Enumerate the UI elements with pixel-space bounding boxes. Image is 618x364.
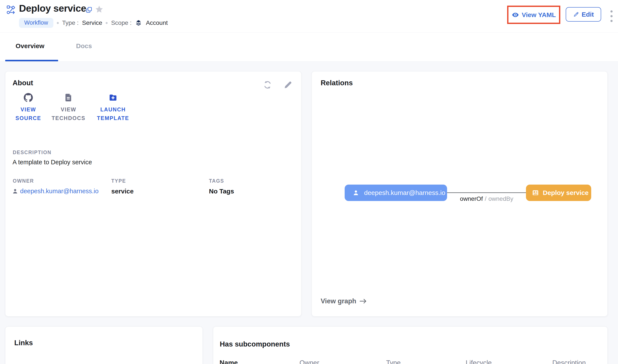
page-header: Deploy service Workflow Type : Service S… (0, 0, 618, 62)
page-title: Deploy service (19, 3, 86, 14)
type-label: Type : (62, 19, 79, 26)
separator-dot (106, 22, 107, 24)
separator-dot (57, 22, 59, 24)
launch-template-label-line1: LAUNCH (97, 105, 129, 114)
person-icon (12, 188, 18, 195)
type-field-value: service (111, 188, 134, 195)
about-card-title: About (13, 79, 33, 87)
scope-value: Account (146, 19, 168, 26)
entity-page: Deploy service Workflow Type : Service S… (0, 0, 618, 364)
view-techdocs-label-line1: VIEW (52, 105, 85, 114)
links-card: Links (5, 326, 203, 364)
launch-template-label-line2: TEMPLATE (97, 114, 129, 122)
github-icon (24, 93, 33, 102)
folder-plus-icon (108, 93, 118, 102)
view-graph-link[interactable]: View graph (321, 297, 367, 305)
graph-node-user-label: deepesh.kumar@harness.io (364, 189, 445, 196)
graph-node-component[interactable]: Deploy service (526, 185, 591, 201)
subcomponents-card: Has subcomponents Name Owner Type Lifecy… (213, 326, 608, 364)
edge-label-ownedby: ownedBy (488, 195, 513, 202)
workflow-icon (6, 5, 16, 15)
column-header-lifecycle[interactable]: Lifecycle (466, 359, 492, 364)
tags-label: TAGS (209, 178, 224, 184)
template-icon (532, 189, 539, 196)
edit-label: Edit (582, 11, 594, 18)
relation-edge-label: ownerOf / ownedBy (447, 195, 526, 202)
view-source-button[interactable]: VIEW SOURCE (13, 93, 43, 122)
pencil-icon (573, 12, 579, 17)
about-card: About VIEW SOURCE (5, 71, 301, 316)
edge-label-ownerof: ownerOf (460, 195, 483, 202)
active-tab-indicator (5, 60, 58, 61)
launch-template-button[interactable]: LAUNCH TEMPLATE (94, 93, 133, 122)
type-value: Service (82, 19, 102, 26)
techdocs-icon (64, 93, 73, 102)
column-header-type[interactable]: Type (386, 359, 401, 364)
view-yaml-highlight-box: View YAML (507, 6, 560, 24)
relations-card-title: Relations (321, 79, 353, 87)
edge-label-separator: / (485, 195, 486, 202)
kind-badge: Workflow (19, 18, 53, 28)
graph-node-component-label: Deploy service (543, 189, 589, 196)
arrow-right-icon (359, 298, 367, 304)
eye-icon (512, 11, 519, 19)
column-header-owner[interactable]: Owner (299, 359, 319, 364)
view-source-label-line1: VIEW (15, 105, 41, 114)
header-divider (0, 32, 618, 33)
subcomponents-card-title: Has subcomponents (220, 340, 290, 348)
links-card-title: Links (14, 339, 33, 347)
star-icon[interactable] (95, 5, 104, 14)
graph-node-user[interactable]: deepesh.kumar@harness.io (345, 185, 447, 201)
edit-about-pencil-icon[interactable] (283, 80, 293, 90)
tags-value: No Tags (209, 188, 234, 195)
more-options-kebab-menu[interactable] (610, 10, 613, 22)
relations-card: Relations ownerOf / ownedBy deepesh.kuma… (312, 71, 608, 316)
view-source-label-line2: SOURCE (15, 114, 41, 122)
layers-icon (135, 19, 142, 26)
description-label: DESCRIPTION (13, 150, 52, 156)
view-graph-label: View graph (321, 297, 356, 305)
copy-icon[interactable] (86, 6, 93, 13)
owner-link[interactable]: deepesh.kumar@harness.io (20, 188, 98, 195)
edit-button[interactable]: Edit (566, 7, 601, 22)
view-techdocs-label-line2: TECHDOCS (52, 114, 85, 122)
relation-edge-line (447, 192, 526, 193)
scope-label: Scope : (111, 19, 132, 26)
tab-overview[interactable]: Overview (15, 42, 44, 50)
view-yaml-button[interactable]: View YAML (512, 11, 556, 19)
refresh-icon[interactable] (263, 80, 272, 90)
column-header-name[interactable]: Name (220, 359, 238, 364)
person-icon (352, 189, 359, 196)
entity-meta-row: Workflow Type : Service Scope : Account (19, 18, 168, 28)
type-field-label: TYPE (111, 178, 126, 184)
tab-docs[interactable]: Docs (76, 42, 92, 50)
view-techdocs-button[interactable]: VIEW TECHDOCS (49, 93, 88, 122)
view-yaml-label: View YAML (522, 11, 556, 19)
owner-label: OWNER (13, 178, 34, 184)
description-value: A template to Deploy service (13, 159, 92, 166)
column-header-description[interactable]: Description (552, 359, 586, 364)
about-actions-row: VIEW SOURCE VIEW TECHDOCS (13, 93, 133, 122)
